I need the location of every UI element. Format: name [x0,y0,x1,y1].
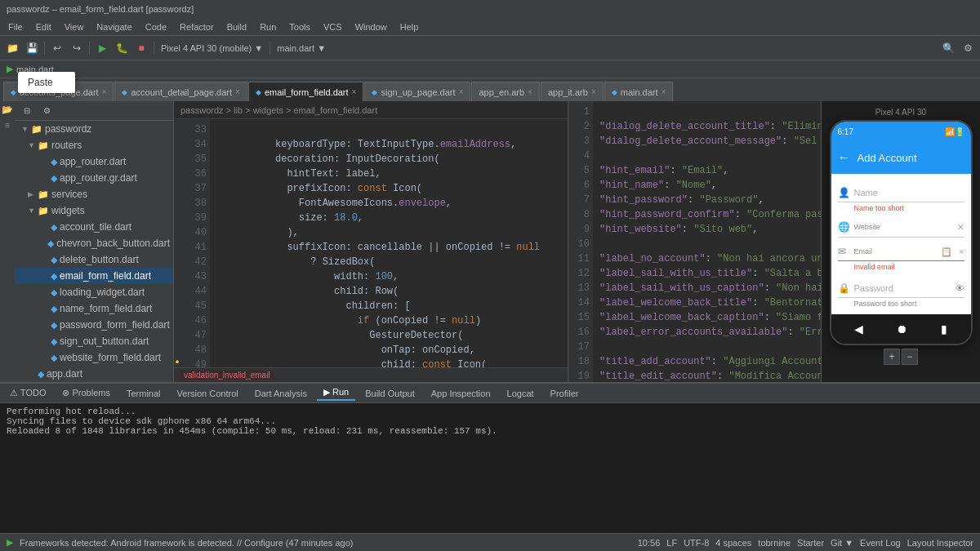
phone-recents-btn[interactable]: ▮ [941,322,947,335]
phone-email-clear-icon[interactable]: × [959,247,964,256]
dart-icon-chevron: ◆ [47,238,54,249]
sidebar-label-app: app.dart [47,368,82,380]
sidebar-item-delete-btn[interactable]: ◆ delete_button.dart [15,251,173,268]
menu-navigate[interactable]: Navigate [91,20,136,33]
phone-zoom-in[interactable]: + [884,349,900,365]
phone-back-btn[interactable]: ◀ [854,322,863,335]
tab-close-btn-7[interactable]: × [662,87,666,96]
sidebar-item-sign-out[interactable]: ◆ sign_out_button.dart [15,333,173,349]
status-utf: UTF-8 [684,538,709,548]
sidebar-label-password-form: password_form_field.dart [60,319,170,331]
menu-build[interactable]: Build [222,20,252,33]
sidebar-item-app-dart[interactable]: ◆ app.dart [15,366,173,382]
menu-bar: File Edit View Navigate Code Refactor Bu… [0,18,980,36]
code-content[interactable]: ● 3334353637 3839404142 4344454647 48495… [174,119,568,367]
menu-tools[interactable]: Tools [284,20,315,33]
bottom-tab-app-inspection[interactable]: App Inspection [425,387,497,400]
phone-email-content: Email [854,247,937,256]
phone-email-icon: ✉ [838,246,849,257]
toolbar-open-btn[interactable]: 📁 [3,39,21,57]
bottom-tab-run[interactable]: ▶ Run [317,385,355,401]
tab-dart-icon-3: ◆ [256,88,261,96]
sidebar-item-password-form[interactable]: ◆ password_form_field.dart [15,317,173,333]
code-text[interactable]: keyboardType: TextInputType.emailAddress… [210,119,568,367]
sidebar-item-app-router-gr[interactable]: ◆ app_router.gr.dart [15,170,173,186]
sidebar-item-account-tile[interactable]: ◆ account_tile.dart [15,219,173,235]
code-editor[interactable]: passwordz > lib > widgets > email_form_f… [174,101,568,382]
toolbar-debug-btn[interactable]: 🐛 [113,39,131,57]
sidebar-item-loading[interactable]: ◆ loading_widget.dart [15,284,173,300]
phone-home-btn[interactable]: ⏺ [896,322,907,335]
structure-icon[interactable]: ≡ [5,120,10,130]
sidebar-item-name-form[interactable]: ◆ name_form_field.dart [15,300,173,317]
bottom-tab-problems[interactable]: ⊗ Problems [56,386,117,400]
sidebar-item-email-form[interactable]: ◆ email_form_field.dart [15,268,173,284]
device-selector[interactable]: Pixel 4 API 30 (mobile) ▼ [158,43,266,53]
phone-back-icon[interactable]: ← [838,150,851,165]
sidebar-item-website-form[interactable]: ◆ website_form_field.dart [15,349,173,366]
toolbar-redo-btn[interactable]: ↪ [68,39,86,57]
menu-refactor[interactable]: Refactor [175,20,219,33]
phone-field-name[interactable]: 👤 Name [838,180,964,202]
json-editor-panel[interactable]: 12345 678910 1112131415 1617181920 21222… [568,101,821,382]
status-event-log[interactable]: Event Log [860,538,901,548]
toolbar-stop-btn[interactable]: ■ [132,39,150,57]
tab-account-detail[interactable]: ◆ account_detail_page.dart × [114,82,247,101]
phone-field-password[interactable]: 🔒 Password 👁 [838,276,964,298]
phone-field-email[interactable]: ✉ Email 📋 × [838,239,964,261]
sidebar-settings-btn[interactable]: ⚙ [38,102,56,120]
menu-edit[interactable]: Edit [31,20,56,33]
phone-zoom-out[interactable]: − [902,349,918,365]
tab-close-btn-5[interactable]: × [528,87,532,96]
phone-form-content: 👤 Name Name too short 🌐 Website × [831,174,971,314]
bottom-tab-todo[interactable]: ⚠ TODO [3,386,52,400]
console-line-2: Syncing files to device sdk gphone x86 6… [7,416,973,426]
toolbar-settings-btn[interactable]: ⚙ [959,39,977,57]
toolbar-save-btn[interactable]: 💾 [23,39,41,57]
menu-help[interactable]: Help [395,20,424,33]
tab-main-dart[interactable]: ◆ main.dart × [604,82,674,101]
phone-zoom-controls: + − [884,349,918,365]
status-layout-inspector[interactable]: Layout Inspector [907,538,973,548]
menu-vcs[interactable]: VCS [318,20,347,33]
tab-app-it-arb[interactable]: app_it.arb × [541,82,604,101]
bottom-tab-dart-analysis[interactable]: Dart Analysis [248,387,314,400]
menu-file[interactable]: File [3,20,28,33]
run-config-selector[interactable]: main.dart ▼ [274,43,329,53]
sidebar-collapse-btn[interactable]: ⊟ [18,102,36,120]
sidebar-item-widgets[interactable]: ▼ 📁 widgets [15,202,173,219]
sidebar-item-services[interactable]: ▶ 📁 services [15,186,173,202]
bottom-tab-logcat[interactable]: Logcat [501,387,541,400]
tab-close-btn-3[interactable]: × [352,87,357,96]
tab-close-btn[interactable]: × [102,87,107,96]
bottom-tab-build[interactable]: Build Output [359,387,421,400]
tab-close-btn-6[interactable]: × [591,87,596,96]
toolbar-run-btn[interactable]: ▶ [93,39,111,57]
sidebar-item-chevron[interactable]: ◆ chevron_back_button.dart [15,235,173,251]
phone-email-copy-icon[interactable]: 📋 [941,247,952,257]
phone-field-website[interactable]: 🌐 Website × [838,214,964,238]
menu-view[interactable]: View [60,20,89,33]
sidebar-item-passwordz[interactable]: ▼ 📁 passwordz [15,121,173,137]
tab-sign-up[interactable]: ◆ sign_up_page.dart × [364,82,470,101]
tab-close-btn-4[interactable]: × [459,87,464,96]
project-icon[interactable]: 📂 [2,104,13,115]
tab-email-form-field[interactable]: ◆ email_form_field.dart × [248,82,364,101]
json-content[interactable]: "dialog_delete_account_title": "Elimina … [593,101,821,382]
bottom-tab-profiler[interactable]: Profiler [544,387,586,400]
toolbar-undo-btn[interactable]: ↩ [48,39,66,57]
tab-close-btn-2[interactable]: × [235,87,240,96]
folder-icon-passwordz: 📁 [31,124,42,135]
sidebar-item-routers[interactable]: ▼ 📁 routers [15,137,173,153]
toolbar-search-btn[interactable]: 🔍 [939,39,957,57]
dart-icon-loading: ◆ [51,287,57,298]
bottom-tab-version-control[interactable]: Version Control [171,387,245,400]
phone-website-clear-icon[interactable]: × [957,220,964,233]
tab-app-en-arb[interactable]: app_en.arb × [471,82,540,101]
menu-window[interactable]: Window [350,20,392,33]
sidebar-item-app-router[interactable]: ◆ app_router.dart [15,153,173,170]
menu-code[interactable]: Code [140,20,172,33]
menu-run[interactable]: Run [255,20,281,33]
phone-password-visibility-icon[interactable]: 👁 [956,283,964,293]
bottom-tab-terminal[interactable]: Terminal [120,387,167,400]
